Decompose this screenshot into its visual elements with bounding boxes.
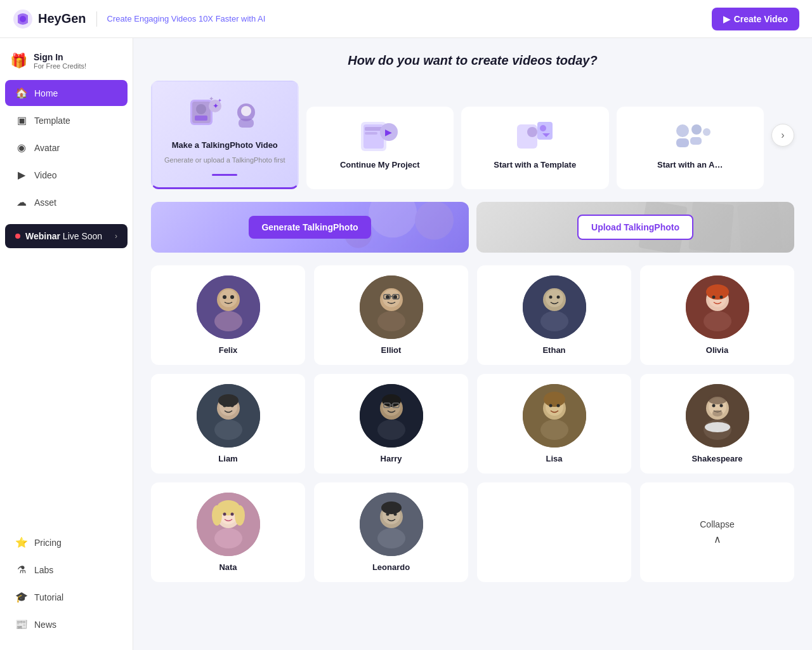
avatar-image-elliot — [360, 275, 423, 339]
sidebar-item-video[interactable]: ▶ Video — [5, 162, 128, 188]
avatar-empty-slot — [477, 482, 631, 582]
svg-point-55 — [556, 296, 560, 299]
header-left: HeyGen Create Engaging Videos 10X Faster… — [13, 9, 265, 29]
template-icon: ▣ — [15, 114, 28, 126]
logo-text: HeyGen — [38, 11, 86, 26]
svg-point-61 — [712, 296, 715, 299]
svg-point-92 — [719, 404, 723, 408]
sidebar-item-pricing-label: Pricing — [34, 538, 62, 548]
svg-point-29 — [369, 202, 417, 237]
avatar-icon: ◉ — [15, 142, 28, 154]
labs-icon: ⚗ — [15, 564, 28, 576]
sign-in-sub: For Free Credits! — [34, 62, 86, 70]
collapse-button[interactable]: Collapse ∧ — [640, 482, 794, 582]
video-icon: ▶ — [15, 169, 28, 181]
start-template-label: Start with a Template — [494, 160, 576, 169]
avatar-card-ethan[interactable]: Ethan — [477, 265, 631, 365]
carousel-next-arrow[interactable]: › — [771, 124, 794, 147]
svg-point-54 — [549, 296, 552, 299]
collapse-arrow-icon: ∧ — [714, 533, 721, 545]
avatar-name-lisa: Lisa — [546, 454, 562, 463]
sidebar-item-news[interactable]: 📰 News — [5, 611, 128, 637]
page-title: How do you want to create videos today? — [151, 53, 794, 68]
avatar-image-liam — [197, 384, 260, 448]
avatar-name-nata: Nata — [219, 562, 237, 572]
avatar-card-liam[interactable]: Liam — [151, 374, 305, 474]
avatar-image-nata — [197, 493, 260, 556]
svg-point-109 — [393, 513, 396, 516]
card-start-template[interactable]: Start with a Template — [461, 107, 609, 189]
svg-point-11 — [241, 106, 251, 116]
avatar-card-shakespeare[interactable]: Shakespeare — [640, 374, 794, 474]
sign-in-label: Sign In — [34, 52, 86, 62]
svg-point-30 — [415, 202, 454, 240]
svg-text:✦: ✦ — [209, 95, 214, 102]
svg-point-84 — [556, 404, 560, 408]
upload-talking-photo-banner[interactable]: Upload TalkingPhoto — [476, 202, 794, 253]
avatar-card-nata[interactable]: Nata — [151, 482, 305, 582]
asset-icon: ☁ — [15, 196, 28, 208]
avatar-card-olivia[interactable]: Olivia — [640, 265, 794, 365]
generate-talking-photo-button[interactable]: Generate TalkingPhoto — [249, 216, 370, 239]
svg-point-37 — [214, 311, 242, 331]
svg-point-90 — [708, 394, 727, 404]
avatar-name-leonardo: Leonardo — [372, 562, 410, 572]
create-video-icon: ▶ — [723, 14, 730, 24]
sidebar-item-pricing[interactable]: ⭐ Pricing — [5, 529, 128, 555]
svg-point-99 — [212, 505, 222, 526]
sidebar-item-labs-label: Labs — [34, 565, 53, 575]
collapse-label: Collapse — [700, 519, 734, 529]
svg-point-24 — [676, 124, 689, 137]
card-start-avatar[interactable]: Start with an A… — [617, 107, 764, 189]
sidebar-item-template[interactable]: ▣ Template — [5, 107, 128, 133]
svg-point-62 — [719, 296, 723, 299]
sidebar-item-labs[interactable]: ⚗ Labs — [5, 557, 128, 583]
svg-point-82 — [544, 392, 565, 407]
generate-talking-photo-banner[interactable]: Generate TalkingPhoto — [151, 202, 469, 253]
sidebar-item-avatar[interactable]: ◉ Avatar — [5, 135, 128, 161]
card-talking-photo[interactable]: ✦ ✦ ✦ Make a TalkingPhoto Video Generate… — [151, 81, 299, 189]
create-video-button[interactable]: ▶ Create Video — [712, 8, 799, 30]
avatar-card-lisa[interactable]: Lisa — [477, 374, 631, 474]
svg-text:✦: ✦ — [218, 98, 222, 103]
sidebar-item-asset[interactable]: ☁ Asset — [5, 189, 128, 215]
sidebar-item-news-label: News — [34, 620, 56, 630]
svg-rect-5 — [195, 116, 207, 121]
sidebar-item-home[interactable]: 🏠 Home — [5, 80, 128, 106]
avatar-card-felix[interactable]: Felix — [151, 265, 305, 365]
svg-point-102 — [230, 513, 233, 516]
sidebar-item-tutorial[interactable]: 🎓 Tutorial — [5, 584, 128, 610]
svg-point-1 — [20, 16, 26, 22]
webinar-live-dot — [15, 234, 20, 239]
avatar-card-harry[interactable]: Harry — [314, 374, 468, 474]
upload-talking-photo-button[interactable]: Upload TalkingPhoto — [577, 215, 693, 240]
heygen-logo-icon — [13, 9, 33, 29]
svg-point-101 — [223, 513, 226, 516]
sidebar-item-template-label: Template — [34, 116, 70, 126]
svg-point-91 — [712, 404, 715, 408]
avatar-image-olivia — [686, 275, 749, 339]
svg-point-88 — [705, 422, 730, 432]
svg-point-51 — [540, 311, 568, 331]
sign-in-block[interactable]: 🎁 Sign In For Free Credits! — [0, 46, 133, 79]
continue-project-label: Continue My Project — [340, 160, 420, 169]
webinar-item[interactable]: Webinar Live Soon › — [5, 224, 128, 248]
avatar-image-lisa — [523, 384, 586, 448]
avatar-card-elliot[interactable]: Elliot — [314, 265, 468, 365]
svg-point-46 — [393, 295, 397, 299]
svg-text:▶: ▶ — [385, 127, 392, 137]
svg-point-39 — [223, 295, 226, 299]
avatar-name-harry: Harry — [381, 454, 402, 463]
svg-point-60 — [706, 284, 729, 300]
sidebar: 🎁 Sign In For Free Credits! 🏠 Home ▣ Tem… — [0, 38, 133, 650]
start-avatar-illustration — [670, 119, 710, 154]
sidebar-item-tutorial-label: Tutorial — [34, 592, 63, 602]
sidebar-item-avatar-label: Avatar — [34, 143, 60, 153]
avatar-card-leonardo[interactable]: Leonardo — [314, 482, 468, 582]
start-template-illustration — [514, 119, 555, 154]
card-continue-project[interactable]: ▶ Continue My Project — [306, 107, 454, 189]
avatar-name-shakespeare: Shakespeare — [691, 454, 742, 463]
avatar-name-elliot: Elliot — [381, 345, 402, 355]
svg-rect-25 — [676, 138, 689, 147]
svg-point-45 — [386, 295, 390, 299]
